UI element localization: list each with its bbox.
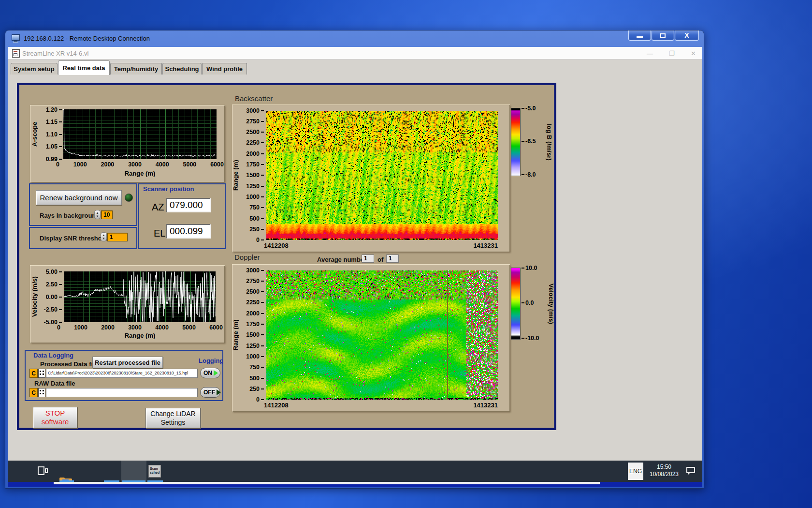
rays-in-background-label: Rays in background <box>40 212 100 219</box>
backscatter-y-label: Range (m) <box>232 111 239 240</box>
raw-data-file-label: RAW Data file <box>34 380 75 387</box>
axis-tick-label: 500 <box>241 215 264 222</box>
scanner-position-group: Scanner position AZ 079.000 EL 000.099 <box>138 183 226 249</box>
axis-tick-label: 1000 <box>241 194 264 200</box>
off-arrow-icon <box>217 389 221 395</box>
average-total-field[interactable]: 1 <box>386 254 399 263</box>
doppler-colorbar-ticks: 10.00.0-10.0 <box>522 265 547 341</box>
axis-tick-label: 250 <box>241 226 264 233</box>
vi-restore-icon[interactable]: ❐ <box>669 50 675 57</box>
processed-logging-toggle-on[interactable]: ON <box>200 368 220 378</box>
language-indicator[interactable]: ENG <box>628 463 643 480</box>
rdp-window-title: 192.168.0.122 - Remote Desktop Connectio… <box>24 35 150 42</box>
raw-logging-toggle-off[interactable]: OFF <box>200 387 220 398</box>
processed-browse-icon[interactable] <box>38 369 45 378</box>
notification-center-icon[interactable] <box>686 467 695 473</box>
axis-tick-label: 1.05 <box>37 144 62 150</box>
backscatter-colorbar <box>511 108 521 176</box>
raw-browse-icon[interactable] <box>38 388 45 397</box>
snr-spinner[interactable]: ▲▼ <box>101 232 107 241</box>
axis-tick-label: 750 <box>241 364 264 371</box>
doppler-y-label: Range (m) <box>232 270 239 400</box>
backscatter-chart: 3000275025002250200017501500125010007505… <box>232 105 510 252</box>
snr-threshold-group: Display SNR threshold ▲▼ 1 <box>29 227 137 249</box>
velocity-plot-area <box>64 271 216 322</box>
tab-wind-profile[interactable]: Wind profile <box>202 63 247 75</box>
axis-tick-label: 2250 <box>241 140 264 146</box>
stop-line2: software <box>42 418 69 426</box>
minimize-button[interactable] <box>628 30 651 41</box>
axis-tick-label: 1000 <box>241 354 264 360</box>
axis-tick-label: 250 <box>241 386 264 392</box>
tab-real-time-data[interactable]: Real time data <box>58 60 110 75</box>
axis-tick-label: 1.15 <box>37 119 62 125</box>
vi-close-icon[interactable]: ✕ <box>691 50 696 57</box>
axis-tick-label: 4000 <box>155 324 169 331</box>
raw-drive-selector[interactable]: C <box>29 388 38 397</box>
axis-tick-label: 5000 <box>182 324 196 331</box>
data-logging-title: Data Logging <box>33 352 73 359</box>
axis-tick-label: 1250 <box>241 183 264 189</box>
backscatter-colorbar-ticks: -5.0-6.5-8.0 <box>522 105 544 178</box>
doppler-colorbar-label: Velocity (m/s) <box>548 268 555 340</box>
axis-tick-label: -10.0 <box>522 335 547 341</box>
maximize-button[interactable] <box>652 30 674 41</box>
axis-tick-label: -6.5 <box>522 138 544 145</box>
tab-scheduling[interactable]: Scheduling <box>162 63 202 75</box>
doppler-colorbar <box>511 268 521 340</box>
ascope-x-axis: 0100020003000400050006000 <box>56 161 224 168</box>
axis-tick-label: 2500 <box>241 129 264 135</box>
desktop-background: 192.168.0.122 - Remote Desktop Connectio… <box>0 0 812 508</box>
axis-tick-label: 750 <box>241 205 264 211</box>
labview-vi-icon <box>12 49 20 58</box>
rdp-titlebar[interactable]: 192.168.0.122 - Remote Desktop Connectio… <box>5 30 704 47</box>
vi-minimize-icon[interactable]: — <box>647 50 653 57</box>
axis-tick-label: 3000 <box>241 267 264 273</box>
scanner-position-title: Scanner position <box>143 185 194 193</box>
rays-value-field[interactable]: 10 <box>101 210 113 219</box>
axis-tick-label: 1750 <box>241 321 264 328</box>
task-view-icon[interactable] <box>37 465 48 477</box>
axis-tick-label: 2500 <box>241 289 264 295</box>
renew-background-button[interactable]: Renew background now <box>36 190 122 205</box>
doppler-x-start: 1412208 <box>264 402 289 409</box>
doppler-title: Doppler <box>234 253 260 261</box>
processed-drive-selector[interactable]: C <box>29 369 38 378</box>
axis-tick-label: 10.0 <box>522 265 547 271</box>
axis-tick-label: 4000 <box>156 161 169 168</box>
processed-path-field[interactable]: C:\Lidar\Data\Proc\2023\202308\20230810\… <box>46 369 198 378</box>
axis-tick-label: 0 <box>241 397 264 403</box>
taskbar-clock[interactable]: 15:50 10/08/2023 <box>647 463 682 478</box>
axis-tick-label: 1000 <box>74 324 87 331</box>
remote-session-screen: StreamLine XR v14-6.vi — ❐ ✕ System setu… <box>8 47 702 487</box>
change-line1: Change LiDAR <box>150 409 195 418</box>
az-value-field[interactable]: 079.000 <box>166 198 211 212</box>
el-value-field[interactable]: 000.099 <box>166 224 211 239</box>
close-button[interactable]: X <box>675 30 699 41</box>
rays-spinner[interactable]: ▲▼ <box>94 210 101 219</box>
axis-tick-label: 1500 <box>241 332 264 338</box>
rdp-window: 192.168.0.122 - Remote Desktop Connectio… <box>5 30 704 489</box>
tab-temp-humidity[interactable]: Temp/humidity <box>110 63 162 75</box>
clock-time: 15:50 <box>647 463 682 471</box>
el-label: EL <box>154 228 165 239</box>
axis-tick-label: 3000 <box>128 324 142 331</box>
axis-tick-label: 1250 <box>241 343 264 349</box>
backscatter-plot-area <box>266 111 498 240</box>
scan-scheduler-icon[interactable]: Scan sched <box>148 465 161 478</box>
snr-value-field[interactable]: 1 <box>107 233 128 241</box>
stop-software-button[interactable]: STOP software <box>33 407 77 428</box>
doppler-y-axis: 3000275025002250200017501500125010007505… <box>241 267 264 403</box>
axis-tick-label: 2000 <box>101 161 114 168</box>
axis-tick-label: 6000 <box>209 324 223 331</box>
raw-path-field[interactable] <box>46 388 198 397</box>
average-number-field[interactable]: 1 <box>362 254 374 263</box>
tab-system-setup[interactable]: System setup <box>11 63 58 75</box>
vi-window-title: StreamLine XR v14-6.vi <box>22 50 88 57</box>
maximize-icon <box>660 33 666 38</box>
restart-processed-file-button[interactable]: Restart processed file <box>92 357 163 368</box>
doppler-x-end: 1413231 <box>464 402 498 409</box>
axis-tick-label: 6000 <box>210 161 224 168</box>
data-logging-group: Data Logging Processed Data file Restart… <box>25 350 223 401</box>
change-lidar-settings-button[interactable]: Change LiDAR Settings <box>145 408 201 428</box>
